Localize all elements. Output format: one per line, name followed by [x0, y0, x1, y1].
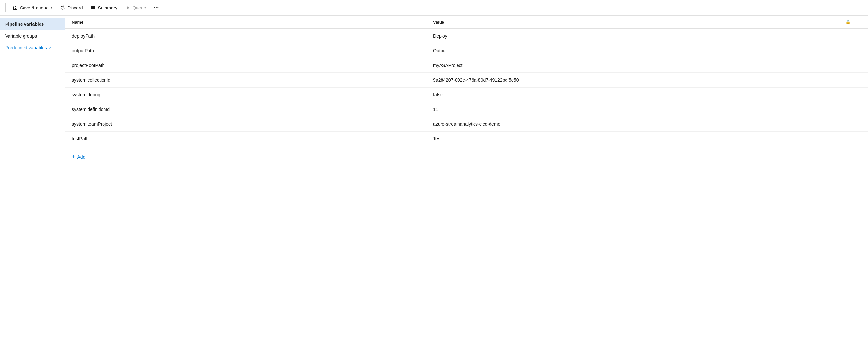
variable-name-cell: outputPath — [65, 43, 427, 58]
queue-button[interactable]: Queue — [122, 3, 149, 12]
table-row[interactable]: system.definitionId11 — [65, 102, 868, 117]
table-row[interactable]: testPathTest — [65, 132, 868, 146]
variable-value-cell: false — [427, 88, 828, 102]
more-options-icon: ••• — [154, 5, 159, 10]
variable-value-cell: myASAProject — [427, 58, 828, 73]
variable-groups-label: Variable groups — [5, 33, 37, 38]
table-row[interactable]: deployPathDeploy — [65, 29, 868, 43]
variables-table: Name ↑ Value 🔒 deployPathDeployoutputPat… — [65, 16, 868, 146]
summary-button[interactable]: Summary — [87, 3, 121, 12]
variable-lock-cell — [828, 29, 868, 43]
add-row: + Add — [65, 146, 868, 168]
variable-name-cell: system.collectionId — [65, 73, 427, 88]
variable-lock-cell — [828, 43, 868, 58]
discard-button[interactable]: Discard — [57, 3, 86, 12]
save-queue-button[interactable]: Save & queue ▾ — [9, 3, 56, 12]
sidebar-item-variable-groups[interactable]: Variable groups — [0, 30, 65, 42]
variables-area: Name ↑ Value 🔒 deployPathDeployoutputPat… — [65, 16, 868, 354]
table-header-row: Name ↑ Value 🔒 — [65, 16, 868, 29]
value-header-label: Value — [433, 20, 444, 25]
variable-name-cell: system.teamProject — [65, 117, 427, 132]
variable-lock-cell — [828, 117, 868, 132]
variable-value-cell: azure-streamanalytics-cicd-demo — [427, 117, 828, 132]
variable-value-cell: 11 — [427, 102, 828, 117]
chevron-down-icon: ▾ — [51, 6, 52, 9]
variable-lock-cell — [828, 88, 868, 102]
variable-name-cell: system.definitionId — [65, 102, 427, 117]
name-column-header[interactable]: Name ↑ — [65, 16, 427, 29]
save-queue-label: Save & queue — [20, 5, 49, 10]
variable-value-cell: 9a284207-002c-476a-80d7-49122bdf5c50 — [427, 73, 828, 88]
lock-header-icon: 🔒 — [845, 20, 851, 25]
variable-name-cell: testPath — [65, 132, 427, 146]
variable-lock-cell — [828, 73, 868, 88]
summary-icon — [90, 5, 96, 10]
table-row[interactable]: system.debugfalse — [65, 88, 868, 102]
save-icon — [13, 5, 18, 10]
sidebar: Pipeline variables Variable groups Prede… — [0, 16, 65, 354]
variable-lock-cell — [828, 132, 868, 146]
add-plus-icon: + — [72, 154, 75, 160]
add-label: Add — [78, 155, 86, 160]
toolbar: Save & queue ▾ Discard Summary Queue ••• — [0, 0, 868, 16]
name-header-label: Name — [72, 20, 83, 25]
value-column-header[interactable]: Value — [427, 16, 828, 29]
pipeline-variables-label: Pipeline variables — [5, 22, 44, 27]
queue-label: Queue — [132, 5, 146, 10]
variable-name-cell: projectRootPath — [65, 58, 427, 73]
external-link-icon: ↗ — [48, 46, 51, 50]
sidebar-item-pipeline-variables[interactable]: Pipeline variables — [0, 18, 65, 30]
queue-icon — [125, 5, 130, 10]
more-options-button[interactable]: ••• — [151, 3, 162, 12]
variable-value-cell: Test — [427, 132, 828, 146]
main-content: Pipeline variables Variable groups Prede… — [0, 16, 868, 354]
variable-value-cell: Deploy — [427, 29, 828, 43]
predefined-variables-link[interactable]: Predefined variables ↗ — [0, 42, 65, 54]
variable-name-cell: system.debug — [65, 88, 427, 102]
table-row[interactable]: system.teamProjectazure-streamanalytics-… — [65, 117, 868, 132]
table-row[interactable]: system.collectionId9a284207-002c-476a-80… — [65, 73, 868, 88]
discard-icon — [60, 5, 65, 10]
variable-lock-cell — [828, 58, 868, 73]
discard-label: Discard — [67, 5, 83, 10]
variable-lock-cell — [828, 102, 868, 117]
variable-value-cell: Output — [427, 43, 828, 58]
predefined-variables-label: Predefined variables — [5, 45, 47, 50]
table-row[interactable]: outputPathOutput — [65, 43, 868, 58]
add-variable-button[interactable]: + Add — [72, 153, 85, 161]
variable-name-cell: deployPath — [65, 29, 427, 43]
lock-column-header: 🔒 — [828, 16, 868, 29]
table-row[interactable]: projectRootPathmyASAProject — [65, 58, 868, 73]
summary-label: Summary — [98, 5, 117, 10]
sort-ascending-icon: ↑ — [86, 21, 88, 24]
